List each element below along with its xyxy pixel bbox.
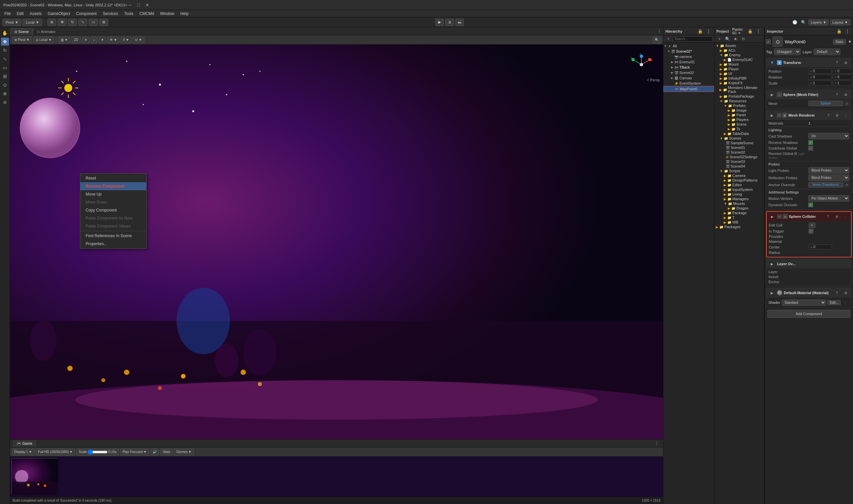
search-scene[interactable]: 🔍	[653, 37, 661, 43]
inspector-options-icon[interactable]: ⋮	[844, 28, 851, 35]
light-probes-select[interactable]: Blend Probes	[808, 167, 849, 174]
collab-icon[interactable]: 🕐	[791, 19, 798, 26]
menu-services[interactable]: Services	[100, 11, 121, 17]
proj-mounts[interactable]: ▼ 📁 Mounts	[714, 201, 764, 206]
hier-camera[interactable]: 📷 camera	[663, 54, 714, 59]
scene-options-icon[interactable]: ⋮	[656, 28, 663, 35]
game-gizmos-btn[interactable]: Gizmos ▼	[174, 449, 194, 455]
proj-player[interactable]: ▶ 📁 Player	[714, 67, 764, 71]
proj-managers[interactable]: ▶ 📁 Managers	[714, 197, 764, 201]
2d-mode[interactable]: 2D	[72, 37, 81, 43]
proj-packages[interactable]: ▶ 📁 Packages	[714, 224, 764, 229]
pos-y-field[interactable]: Y0	[833, 69, 852, 74]
custom-tool-3[interactable]: ⊘	[1, 98, 9, 106]
mesh-renderer-more-icon[interactable]: ⋮	[842, 112, 849, 119]
proj-resources[interactable]: ▼ 📁 Resources	[714, 98, 764, 103]
local-vt[interactable]: ◎ Local ▼	[33, 37, 54, 43]
scale-x-field[interactable]: X1	[808, 80, 832, 86]
insp-layer-overrides-header[interactable]: ▶ Layer Ov...	[766, 259, 851, 269]
hierarchy-lock-icon[interactable]: 🔒	[696, 28, 704, 35]
proj-dragon[interactable]: ▶ 📁 Dragon	[714, 206, 764, 211]
proj-editor[interactable]: ▶ 📁 Editor	[714, 182, 764, 187]
proj-camscripts[interactable]: ▶ 📁 Camera	[714, 173, 764, 178]
mesh-renderer-checkbox[interactable]: ✓	[777, 113, 781, 117]
rect-tool-left[interactable]: ▭	[1, 64, 9, 72]
hierarchy-search-input[interactable]	[673, 36, 713, 42]
mesh-renderer-gear-icon[interactable]: ⚙	[833, 112, 841, 119]
reflection-probes-select[interactable]: Blend Probes	[808, 175, 849, 181]
game-mute-btn[interactable]: 🔊	[150, 449, 159, 455]
insp-tag-select[interactable]: Untagged	[774, 49, 801, 55]
mesh-picker-icon[interactable]: ⊙	[844, 101, 849, 106]
move-tool[interactable]: ✥	[58, 19, 67, 26]
hier-canvas[interactable]: ▶ 🖼 Canvas	[663, 75, 714, 80]
hierarchy-options-icon[interactable]: ⋮	[705, 28, 712, 35]
proj-enemy[interactable]: ▼ 📁 Enemy	[714, 53, 764, 57]
proj-scene03[interactable]: 🎬 Scene03	[714, 159, 764, 164]
layers-dropdown[interactable]: Layers ▼	[808, 19, 829, 25]
game-scale-btn[interactable]: Scale 0.15x	[76, 449, 119, 455]
visibility-btn[interactable]: 👁 ▼	[107, 37, 120, 43]
menu-file[interactable]: File	[2, 11, 13, 17]
inspector-lock-icon[interactable]: 🔒	[835, 28, 843, 35]
rotate-tool-left[interactable]: ↻	[1, 46, 9, 54]
custom-tool-1[interactable]: ⊙	[1, 81, 9, 89]
insp-static-btn[interactable]: Static	[833, 39, 846, 44]
project-refresh-icon[interactable]: ↻	[740, 35, 747, 43]
minimize-btn[interactable]: ─	[127, 2, 132, 8]
project-lock-icon[interactable]: 🔒	[746, 28, 754, 35]
scale-tool-left[interactable]: ⤡	[1, 55, 9, 63]
shader-more-icon[interactable]: ⋮	[842, 299, 849, 306]
tab-game[interactable]: 🎮 Game	[13, 440, 36, 447]
local-btn[interactable]: Local ▼	[23, 19, 42, 26]
is-trigger-checkbox[interactable]: □	[809, 229, 813, 234]
proj-scens[interactable]: ▶ 📁 Scens	[714, 122, 764, 127]
proj-scene04[interactable]: 🎬 Scene04	[714, 164, 764, 168]
proj-enemy01ac[interactable]: ▶ 📄 Enemy01AC	[714, 57, 764, 62]
menu-assets[interactable]: Assets	[27, 11, 44, 17]
edit-collider-btn[interactable]: ✏	[809, 222, 815, 228]
rot-y-field[interactable]: Y0	[833, 75, 852, 79]
cast-shadows-select[interactable]: On	[808, 133, 849, 139]
grid-btn[interactable]: # ▼	[121, 37, 131, 43]
audio-btn[interactable]: ♪	[91, 37, 97, 43]
insp-mesh-filter-header[interactable]: ▶ ⬡ Sphere (Mesh Filter) ? ⚙	[766, 90, 851, 99]
scale-tool[interactable]: ⤡	[78, 19, 87, 26]
draw-mode[interactable]: ▥ ▼	[58, 37, 70, 43]
proj-assets[interactable]: ▼ 📁 Assets	[714, 43, 764, 48]
proj-wb[interactable]: ▶ 📁 WB	[714, 220, 764, 224]
transform-gear-icon[interactable]: ⚙	[842, 59, 849, 66]
hier-enemy01[interactable]: ▶ 🎮 Enemy01	[663, 59, 714, 65]
anchor-override-btn[interactable]: None (Transform)	[808, 182, 843, 187]
gizmos-vt[interactable]: ⊙ ▼	[132, 37, 144, 43]
maximize-btn[interactable]: □	[136, 2, 141, 8]
fx-btn[interactable]: ✦	[99, 37, 106, 43]
mesh-renderer-help-icon[interactable]: ?	[825, 112, 832, 119]
project-add-icon[interactable]: +	[716, 35, 723, 43]
pause-button[interactable]: ⏸	[445, 19, 454, 26]
proj-ts[interactable]: ▶ 📁 Ts	[714, 127, 764, 131]
proj-scene02settings[interactable]: ⚙ Scene02Settings	[714, 155, 764, 159]
proj-samplescene[interactable]: 🎬 SampleScene	[714, 141, 764, 145]
mesh-filter-gear-icon[interactable]: ⚙	[842, 91, 849, 98]
project-options-icon[interactable]: ⋮	[755, 28, 762, 35]
mesh-select-btn[interactable]: Sphere	[808, 101, 843, 106]
proj-t[interactable]: ▶ 📁 T	[714, 215, 764, 220]
material-help-icon[interactable]: ?	[833, 289, 841, 296]
close-btn[interactable]: ✕	[145, 2, 150, 8]
insp-material-header[interactable]: ▶ Default-Material (Material) ? ⚙	[766, 288, 851, 298]
center-x-field[interactable]: X0	[809, 245, 832, 250]
pivot-btn[interactable]: Pivot ▼	[3, 19, 21, 26]
game-resolution-btn[interactable]: Full HD (1920x1080) ▼	[36, 449, 75, 455]
proj-scene02[interactable]: 🎬 Scene02	[714, 150, 764, 155]
game-options-icon[interactable]: ⋮	[653, 440, 660, 447]
menu-gameobject[interactable]: GameObject	[45, 11, 73, 17]
game-display-btn[interactable]: Display 1 ▼	[12, 449, 34, 455]
hier-eventsystem[interactable]: ⚡ EventSystem	[663, 80, 714, 86]
hier-waypoint0[interactable]: 🎮 WayPoint0	[663, 86, 714, 92]
menu-tools[interactable]: Tools	[121, 11, 136, 17]
anchor-override-picker[interactable]: ⊙	[844, 182, 849, 187]
proj-players[interactable]: ▶ 📁 Players	[714, 117, 764, 122]
rect-tool[interactable]: ▭	[89, 19, 98, 26]
step-button[interactable]: ⏭	[455, 19, 464, 26]
